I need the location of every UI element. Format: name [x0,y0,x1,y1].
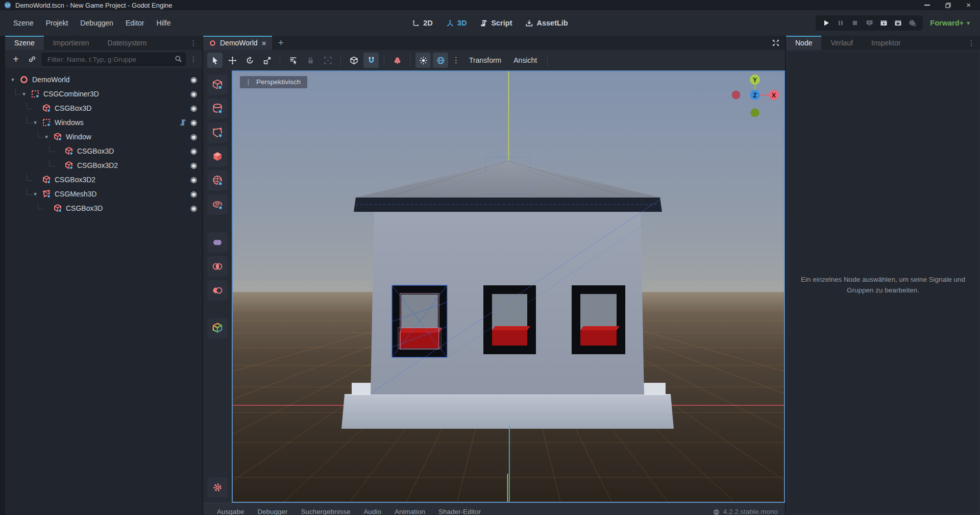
expand-viewport-button[interactable] [767,36,785,50]
tree-row-csgbox3d2[interactable]: CSGBox3D2 ◉ [5,158,202,173]
expander-icon[interactable]: ▾ [22,90,31,97]
menu-szene[interactable]: Szene [7,16,40,30]
minimize-button[interactable] [924,5,930,6]
play-scene-button[interactable] [878,18,889,28]
menu-debuggen[interactable]: Debuggen [74,16,119,30]
csg-sphere-button[interactable] [207,170,228,191]
scene-tab-demoworld[interactable]: DemoWorld × [203,36,272,50]
workspace-3d-button[interactable]: 3D [446,19,467,27]
menu-hilfe[interactable]: Hilfe [150,16,177,30]
script-badge-icon[interactable] [180,119,186,126]
right-dock-menu-icon[interactable]: ⋮ [963,36,980,50]
workspace-script-button[interactable]: Script [480,19,512,27]
tab-suchergebnisse[interactable]: Suchergebnisse [295,507,357,515]
csg-torus-button[interactable] [207,194,228,215]
csg-union-button[interactable] [207,232,228,253]
visibility-eye-icon[interactable]: ◉ [190,75,197,84]
rotate-mode-button[interactable] [242,53,257,68]
tree-row-windows[interactable]: ▾ Windows ◉ [5,115,202,130]
tab-animation[interactable]: Animation [388,507,432,515]
tab-ausgabe[interactable]: Ausgabe [210,507,251,515]
preview-sun-button[interactable] [415,53,431,68]
preview-environment-button[interactable] [433,53,448,68]
visibility-eye-icon[interactable]: ◉ [190,118,197,127]
movie-maker-button[interactable] [906,18,918,28]
visibility-eye-icon[interactable]: ◉ [190,104,197,113]
pause-button[interactable] [835,18,846,28]
csg-settings-button[interactable] [207,477,228,498]
play-remote-button[interactable] [864,18,875,28]
transform-menu[interactable]: Transform [464,56,506,64]
gizmo-negative-x[interactable] [732,91,741,100]
visibility-eye-icon[interactable]: ◉ [190,89,197,99]
tab-szene[interactable]: Szene [5,36,44,50]
visibility-eye-icon[interactable]: ◉ [190,189,197,199]
left-dock-menu-icon[interactable]: ⋮ [185,36,202,50]
instance-scene-button[interactable] [26,53,39,66]
tab-node[interactable]: Node [786,36,821,50]
csg-mesh-button[interactable] [207,146,228,167]
workspace-2d-button[interactable]: 2D [412,19,433,27]
play-custom-scene-button[interactable] [892,18,903,28]
tab-shader-editor[interactable]: Shader-Editor [432,507,487,515]
visibility-eye-icon[interactable]: ◉ [190,161,197,170]
close-button[interactable]: × [966,2,971,9]
play-button[interactable] [821,18,832,28]
tree-row-demoworld[interactable]: ▾ DemoWorld ◉ [5,72,202,87]
csg-subtraction-button[interactable] [207,280,228,301]
sun-env-menu-icon[interactable]: ⋮ [450,56,462,65]
expander-icon[interactable]: ▾ [11,76,19,83]
tree-row-csgbox3d[interactable]: CSGBox3D ◉ [5,144,202,158]
ansicht-menu[interactable]: Ansicht [508,56,542,64]
tree-row-csgbox3d[interactable]: CSGBox3D ◉ [5,101,202,115]
viewport-3d[interactable]: Y Z X ⋮ Perspektivisch [232,70,785,503]
tab-importieren[interactable]: Importieren [44,36,99,50]
gift-box-button[interactable] [207,318,228,338]
renderer-select[interactable]: Forward+ ▾ [930,19,973,27]
menu-projekt[interactable]: Projekt [40,16,75,30]
csg-box-button[interactable] [207,75,228,95]
workspace-assetlib-button[interactable]: AssetLib [525,19,568,27]
scale-mode-button[interactable] [259,53,275,68]
stop-button[interactable] [849,18,861,28]
visibility-eye-icon[interactable]: ◉ [190,132,197,141]
tab-verlauf[interactable]: Verlauf [821,36,862,50]
lock-selected-button[interactable] [303,53,318,68]
csgbox3d-icon [42,104,51,113]
restore-button[interactable] [945,3,951,8]
paint-tool-button[interactable] [389,53,405,68]
csg-cylinder-button[interactable] [207,99,228,119]
visibility-eye-icon[interactable]: ◉ [190,146,197,156]
add-node-button[interactable]: + [9,53,22,66]
csg-polygon-button[interactable] [207,122,228,143]
local-space-button[interactable] [346,53,361,68]
scene-filter-input[interactable] [42,53,186,66]
snap-toggle-button[interactable] [363,53,379,68]
tab-inspektor[interactable]: Inspektor [862,36,910,50]
tab-debugger[interactable]: Debugger [251,507,294,515]
move-mode-button[interactable] [225,53,240,68]
tree-row-csgmesh3d[interactable]: ▾ CSGMesh3D ◉ [5,187,202,201]
csg-intersection-button[interactable] [207,256,228,277]
tree-row-window[interactable]: ▾ Window ◉ [5,130,202,144]
group-selected-button[interactable] [320,53,335,68]
tree-row-csgcombiner3d[interactable]: ▾ CSGCombiner3D ◉ [5,87,202,101]
select-mode-button[interactable] [207,53,223,68]
tab-dateisystem[interactable]: Dateisystem [99,36,156,50]
new-scene-tab-button[interactable]: + [272,36,289,50]
tree-row-csgbox3d[interactable]: CSGBox3D ◉ [5,201,202,215]
tree-row-csgbox3d2[interactable]: CSGBox3D2 ◉ [5,173,202,187]
scene-tree-menu-icon[interactable]: ⋮ [189,55,198,63]
expander-icon[interactable]: ▾ [45,133,53,140]
menu-editor[interactable]: Editor [119,16,151,30]
expander-icon[interactable]: ▾ [34,190,42,198]
projection-menu-button[interactable]: ⋮ Perspektivisch [240,76,307,88]
gizmo-negative-y[interactable] [751,109,760,117]
close-tab-icon[interactable]: × [262,39,266,47]
expander-icon[interactable]: ▾ [34,119,42,126]
list-select-button[interactable] [285,53,301,68]
visibility-eye-icon[interactable]: ◉ [190,204,197,213]
tab-audio[interactable]: Audio [357,507,388,515]
visibility-eye-icon[interactable]: ◉ [190,175,197,184]
viewport-3d-scene[interactable]: Y Z X [233,71,784,502]
